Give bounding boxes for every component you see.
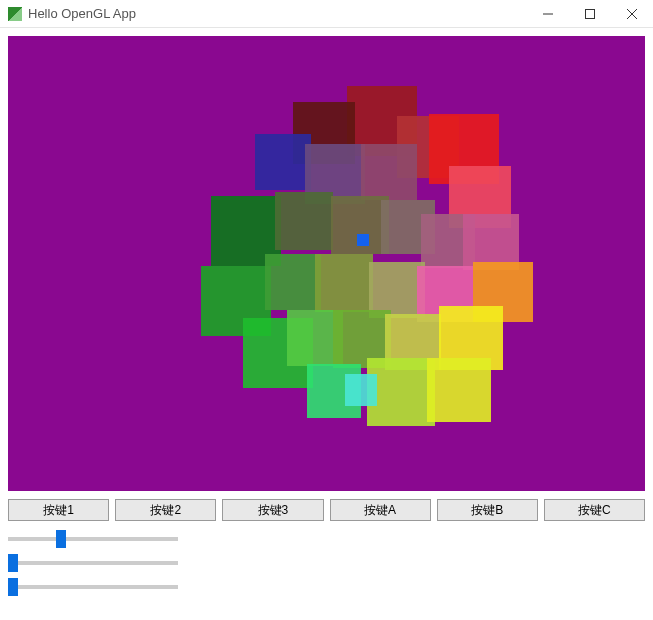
color-square bbox=[255, 134, 311, 190]
color-square bbox=[427, 358, 491, 422]
button-2[interactable]: 按键2 bbox=[115, 499, 216, 521]
opengl-viewport[interactable] bbox=[8, 36, 645, 491]
color-square bbox=[265, 254, 321, 310]
cube-stage bbox=[147, 66, 507, 426]
slider-2[interactable] bbox=[8, 553, 178, 573]
app-icon bbox=[8, 7, 22, 21]
close-button[interactable] bbox=[611, 0, 653, 28]
slider-group bbox=[8, 529, 645, 597]
slider-1[interactable] bbox=[8, 529, 178, 549]
content-area: 按键1 按键2 按键3 按键A 按键B 按键C bbox=[0, 28, 653, 609]
button-b[interactable]: 按键B bbox=[437, 499, 538, 521]
slider-3[interactable] bbox=[8, 577, 178, 597]
color-square bbox=[357, 234, 369, 246]
window-title: Hello OpenGL App bbox=[28, 6, 527, 21]
button-c[interactable]: 按键C bbox=[544, 499, 645, 521]
minimize-button[interactable] bbox=[527, 0, 569, 28]
svg-rect-1 bbox=[586, 9, 595, 18]
color-square bbox=[275, 192, 333, 250]
color-square bbox=[315, 254, 373, 312]
titlebar: Hello OpenGL App bbox=[0, 0, 653, 28]
color-square bbox=[367, 358, 435, 426]
button-a[interactable]: 按键A bbox=[330, 499, 431, 521]
color-square bbox=[345, 374, 377, 406]
button-row: 按键1 按键2 按键3 按键A 按键B 按键C bbox=[8, 499, 645, 521]
maximize-button[interactable] bbox=[569, 0, 611, 28]
button-3[interactable]: 按键3 bbox=[222, 499, 323, 521]
button-1[interactable]: 按键1 bbox=[8, 499, 109, 521]
color-square bbox=[361, 144, 417, 200]
